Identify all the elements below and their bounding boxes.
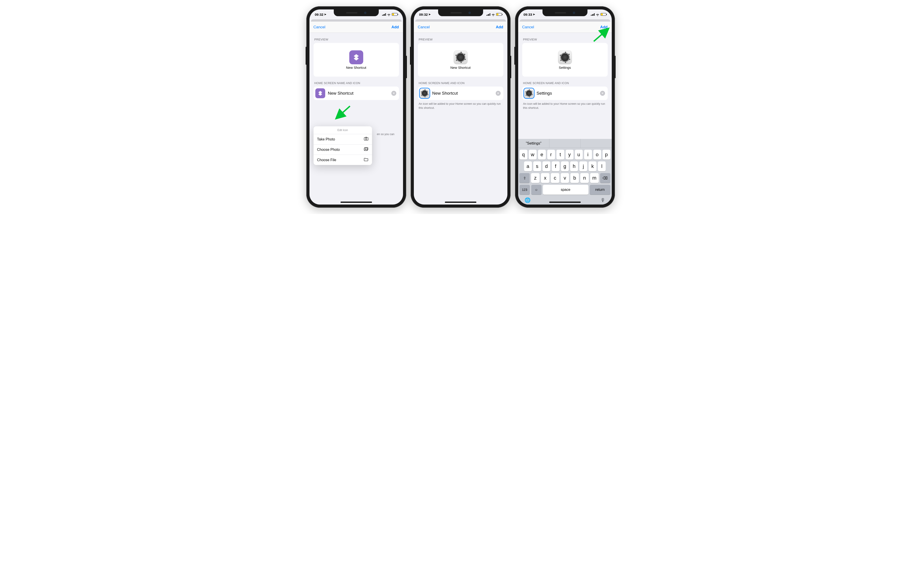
- edit-icon-button[interactable]: [420, 88, 430, 98]
- key-z[interactable]: z: [531, 173, 540, 183]
- globe-icon[interactable]: 🌐: [524, 197, 530, 203]
- cellular-signal-icon: [487, 13, 490, 16]
- battery-icon: [600, 13, 606, 16]
- folder-icon: [364, 158, 368, 162]
- wifi-icon: [387, 13, 391, 16]
- key-w[interactable]: w: [529, 150, 537, 159]
- help-text: An icon will be added to your Home scree…: [418, 100, 503, 110]
- home-indicator: [445, 201, 476, 203]
- cancel-button[interactable]: Cancel: [418, 25, 430, 29]
- keyboard-suggestion[interactable]: "Settings": [518, 139, 550, 148]
- keyboard-row-4: 123 ☺ space return: [519, 185, 610, 195]
- key-s[interactable]: s: [533, 161, 541, 171]
- wifi-icon: [491, 13, 495, 16]
- shortcut-name-input[interactable]: [432, 91, 493, 96]
- name-icon-header: HOME SCREEN NAME AND ICON: [522, 76, 608, 86]
- dictation-icon[interactable]: 🎙: [600, 197, 605, 203]
- home-indicator: [340, 201, 372, 203]
- popover-item-label: Choose Photo: [317, 148, 340, 152]
- nav-bar: Cancel Add: [518, 21, 612, 33]
- key-return[interactable]: return: [590, 185, 610, 195]
- clear-text-button[interactable]: ✕: [391, 91, 396, 96]
- notch: [334, 10, 379, 16]
- key-123[interactable]: 123: [519, 185, 530, 195]
- gear-icon: [454, 50, 468, 64]
- key-x[interactable]: x: [541, 173, 550, 183]
- gear-icon: [558, 50, 572, 64]
- screen: 09:33 ➤ Cancel Add PREVIEW Settings: [518, 10, 612, 205]
- key-d[interactable]: d: [542, 161, 550, 171]
- key-y[interactable]: y: [566, 150, 573, 159]
- home-indicator: [549, 201, 581, 203]
- name-icon-header: HOME SCREEN NAME AND ICON: [314, 76, 399, 86]
- key-l[interactable]: l: [598, 161, 606, 171]
- preview-card: Settings: [522, 43, 608, 76]
- keyboard-suggestion-empty[interactable]: [550, 139, 581, 148]
- key-emoji[interactable]: ☺: [531, 185, 542, 195]
- shortcut-name-input[interactable]: [537, 91, 597, 96]
- key-e[interactable]: e: [538, 150, 546, 159]
- key-g[interactable]: g: [561, 161, 569, 171]
- photo-library-icon: [364, 147, 368, 152]
- popover-item-label: Choose File: [317, 158, 336, 162]
- svg-rect-0: [364, 138, 368, 140]
- choose-photo-item[interactable]: Choose Photo: [314, 145, 372, 155]
- edit-icon-button[interactable]: [524, 88, 534, 98]
- notch: [542, 10, 587, 16]
- key-c[interactable]: c: [551, 173, 559, 183]
- help-text-partial: en so you can: [377, 132, 401, 136]
- battery-icon: [392, 13, 398, 16]
- key-space[interactable]: space: [543, 185, 588, 195]
- key-t[interactable]: t: [557, 150, 564, 159]
- key-o[interactable]: o: [593, 150, 601, 159]
- keyboard-row-3: ⇧ z x c v b n m ⌫: [519, 173, 610, 183]
- key-n[interactable]: n: [580, 173, 589, 183]
- status-time: 09:32: [315, 13, 324, 16]
- clear-text-button[interactable]: ✕: [496, 91, 501, 96]
- cancel-button[interactable]: Cancel: [314, 25, 325, 29]
- location-arrow-icon: ➤: [324, 13, 326, 16]
- add-button[interactable]: Add: [391, 25, 399, 29]
- annotation-arrow: [334, 104, 352, 123]
- take-photo-item[interactable]: Take Photo: [314, 134, 372, 145]
- add-button[interactable]: Add: [600, 25, 607, 29]
- popover-item-label: Take Photo: [317, 137, 335, 141]
- key-m[interactable]: m: [590, 173, 599, 183]
- popover-title: Edit Icon: [314, 126, 372, 134]
- key-a[interactable]: a: [524, 161, 532, 171]
- key-q[interactable]: q: [519, 150, 527, 159]
- key-shift[interactable]: ⇧: [519, 173, 530, 183]
- shortcut-name-input[interactable]: [328, 91, 389, 96]
- keyboard-suggestion-empty[interactable]: [581, 139, 612, 148]
- edit-icon-button[interactable]: [315, 88, 325, 98]
- clear-text-button[interactable]: ✕: [600, 91, 605, 96]
- key-p[interactable]: p: [602, 150, 610, 159]
- key-f[interactable]: f: [552, 161, 560, 171]
- suggestion-bar: "Settings": [518, 139, 612, 148]
- choose-file-item[interactable]: Choose File: [314, 155, 372, 165]
- nav-bar: Cancel Add: [414, 21, 508, 33]
- add-button[interactable]: Add: [496, 25, 503, 29]
- key-k[interactable]: k: [589, 161, 596, 171]
- key-h[interactable]: h: [570, 161, 578, 171]
- cancel-button[interactable]: Cancel: [522, 25, 534, 29]
- key-r[interactable]: r: [547, 150, 555, 159]
- key-v[interactable]: v: [561, 173, 569, 183]
- keyboard-row-1: q w e r t y u i o p: [519, 150, 610, 159]
- preview-label: Settings: [559, 66, 571, 70]
- sheet-grabber: [519, 19, 610, 21]
- preview-header: PREVIEW: [522, 33, 608, 43]
- shortcuts-app-icon: [349, 50, 363, 64]
- key-u[interactable]: u: [575, 150, 583, 159]
- key-b[interactable]: b: [570, 173, 579, 183]
- preview-header: PREVIEW: [314, 33, 399, 43]
- cellular-signal-icon: [591, 13, 595, 16]
- key-backspace[interactable]: ⌫: [600, 173, 610, 183]
- content-area: PREVIEW New Shortcut HOME SCREEN NAME AN…: [414, 33, 508, 205]
- help-text: An icon will be added to your Home scree…: [522, 100, 608, 110]
- key-i[interactable]: i: [584, 150, 592, 159]
- notch: [438, 10, 483, 16]
- preview-card: New Shortcut: [418, 43, 503, 76]
- status-time: 09:33: [524, 13, 532, 16]
- key-j[interactable]: j: [579, 161, 587, 171]
